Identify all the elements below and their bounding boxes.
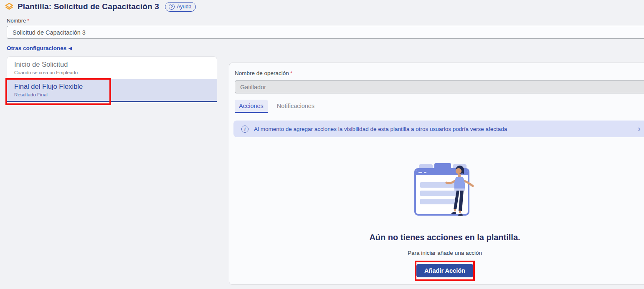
info-icon: i bbox=[241, 126, 248, 133]
banner-expand-chevron-icon[interactable]: › bbox=[638, 124, 641, 133]
step-detail-panel: Nombre de operación* Acciones Notificaci… bbox=[229, 63, 644, 285]
empty-state-illustration bbox=[413, 162, 477, 219]
collapse-arrow-icon: ◀ bbox=[68, 46, 72, 50]
layers-icon bbox=[4, 2, 14, 12]
tab-notificaciones[interactable]: Notificaciones bbox=[273, 100, 319, 113]
page-header: Plantilla: Solicitud de Capacitación 3 ?… bbox=[4, 1, 196, 13]
tab-acciones[interactable]: Acciones bbox=[235, 100, 268, 113]
visibility-info-banner: i Al momento de agregar acciones la visi… bbox=[233, 121, 644, 137]
other-settings-label: Otras configuraciones bbox=[7, 45, 66, 51]
step-title: Final del Flujo Flexible bbox=[14, 83, 210, 90]
template-editor-screen: Plantilla: Solicitud de Capacitación 3 ?… bbox=[0, 0, 644, 289]
other-settings-toggle[interactable]: Otras configuraciones ◀ bbox=[7, 45, 72, 51]
required-asterisk: * bbox=[27, 18, 29, 24]
step-title: Inicio de Solicitud bbox=[14, 60, 210, 68]
name-field-label: Nombre* bbox=[7, 18, 29, 24]
operation-name-input bbox=[235, 80, 644, 93]
flow-steps-list: Inicio de Solicitud Cuando se crea un Em… bbox=[7, 56, 217, 102]
detail-tabs: Acciones Notificaciones bbox=[235, 100, 319, 113]
step-item-final-del-flujo-flexible[interactable]: Final del Flujo Flexible Resultado Final bbox=[7, 79, 217, 102]
required-asterisk: * bbox=[290, 70, 292, 76]
question-mark-icon: ? bbox=[169, 4, 175, 10]
help-button-label: Ayuda bbox=[177, 4, 191, 10]
empty-state-title: Aún no tienes acciones en la plantilla. bbox=[229, 233, 644, 242]
banner-text: Al momento de agregar acciones la visibi… bbox=[254, 126, 507, 132]
operation-name-label: Nombre de operación* bbox=[235, 70, 292, 76]
step-subtitle: Resultado Final bbox=[14, 92, 210, 97]
add-action-button[interactable]: Añadir Acción bbox=[416, 264, 473, 277]
step-item-inicio-de-solicitud[interactable]: Inicio de Solicitud Cuando se crea un Em… bbox=[7, 57, 217, 79]
empty-state-subtitle: Para iniciar añade una acción bbox=[229, 250, 644, 256]
help-button[interactable]: ? Ayuda bbox=[165, 2, 196, 12]
page-title: Plantilla: Solicitud de Capacitación 3 bbox=[18, 2, 159, 11]
step-subtitle: Cuando se crea un Empleado bbox=[14, 70, 210, 75]
name-input[interactable] bbox=[7, 26, 644, 39]
